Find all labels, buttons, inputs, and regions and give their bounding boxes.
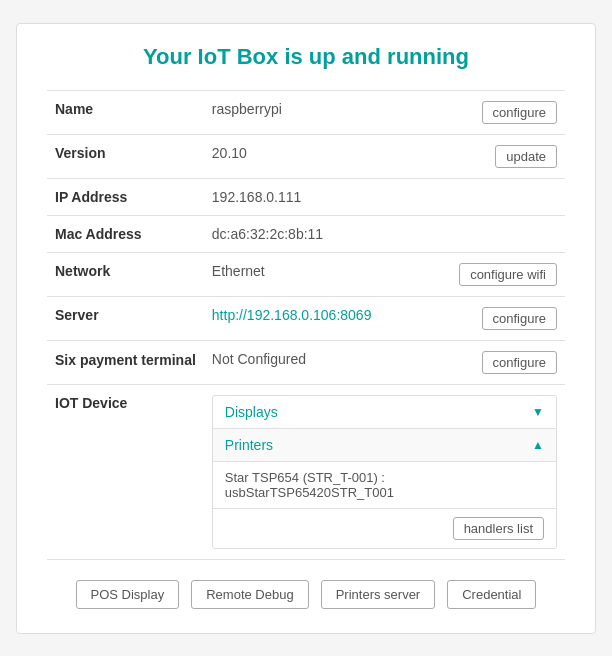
iot-printers-row[interactable]: Printers ▲ bbox=[213, 429, 556, 462]
name-action: configure bbox=[435, 90, 565, 134]
bottom-buttons: POS Display Remote Debug Printers server… bbox=[47, 580, 565, 609]
displays-label: Displays bbox=[225, 404, 532, 420]
network-action: configure wifi bbox=[435, 252, 565, 296]
iot-row: IOT Device Displays ▼ Printers ▲ Sta bbox=[47, 384, 565, 559]
payment-value: Not Configured bbox=[204, 340, 435, 384]
update-button[interactable]: update bbox=[495, 145, 557, 168]
name-value: raspberrypi bbox=[204, 90, 435, 134]
server-link[interactable]: http://192.168.0.106:8069 bbox=[212, 307, 372, 323]
network-value: Ethernet bbox=[204, 252, 435, 296]
printers-server-button[interactable]: Printers server bbox=[321, 580, 436, 609]
main-card: Your IoT Box is up and running Name rasp… bbox=[16, 23, 596, 634]
handlers-list-button[interactable]: handlers list bbox=[453, 517, 544, 540]
version-row: Version 20.10 update bbox=[47, 134, 565, 178]
page-title: Your IoT Box is up and running bbox=[47, 44, 565, 70]
mac-row: Mac Address dc:a6:32:2c:8b:11 bbox=[47, 215, 565, 252]
name-label: Name bbox=[47, 90, 204, 134]
payment-action: configure bbox=[435, 340, 565, 384]
version-value: 20.10 bbox=[204, 134, 435, 178]
version-action: update bbox=[435, 134, 565, 178]
iot-displays-row[interactable]: Displays ▼ bbox=[213, 396, 556, 429]
credential-button[interactable]: Credential bbox=[447, 580, 536, 609]
info-table: Name raspberrypi configure Version 20.10… bbox=[47, 90, 565, 560]
server-action: configure bbox=[435, 296, 565, 340]
printer-line2: usbStarTSP65420STR_T001 bbox=[225, 485, 544, 500]
name-row: Name raspberrypi configure bbox=[47, 90, 565, 134]
configure-wifi-button[interactable]: configure wifi bbox=[459, 263, 557, 286]
iot-label: IOT Device bbox=[47, 384, 204, 559]
iot-content-cell: Displays ▼ Printers ▲ Star TSP654 (STR_T… bbox=[204, 384, 565, 559]
mac-label: Mac Address bbox=[47, 215, 204, 252]
configure-server-button[interactable]: configure bbox=[482, 307, 557, 330]
configure-name-button[interactable]: configure bbox=[482, 101, 557, 124]
iot-device-list: Displays ▼ Printers ▲ Star TSP654 (STR_T… bbox=[212, 395, 557, 549]
server-row: Server http://192.168.0.106:8069 configu… bbox=[47, 296, 565, 340]
printers-label: Printers bbox=[225, 437, 532, 453]
payment-row: Six payment terminal Not Configured conf… bbox=[47, 340, 565, 384]
printer-line1: Star TSP654 (STR_T-001) : bbox=[225, 470, 544, 485]
ip-value: 192.168.0.111 bbox=[204, 178, 565, 215]
ip-row: IP Address 192.168.0.111 bbox=[47, 178, 565, 215]
version-label: Version bbox=[47, 134, 204, 178]
network-label: Network bbox=[47, 252, 204, 296]
configure-payment-button[interactable]: configure bbox=[482, 351, 557, 374]
mac-value: dc:a6:32:2c:8b:11 bbox=[204, 215, 565, 252]
handlers-row: handlers list bbox=[213, 509, 556, 548]
server-label: Server bbox=[47, 296, 204, 340]
printer-device-detail: Star TSP654 (STR_T-001) : usbStarTSP6542… bbox=[213, 462, 556, 509]
pos-display-button[interactable]: POS Display bbox=[76, 580, 180, 609]
server-value: http://192.168.0.106:8069 bbox=[204, 296, 435, 340]
remote-debug-button[interactable]: Remote Debug bbox=[191, 580, 308, 609]
payment-label: Six payment terminal bbox=[47, 340, 204, 384]
displays-arrow: ▼ bbox=[532, 405, 544, 419]
ip-label: IP Address bbox=[47, 178, 204, 215]
printers-arrow: ▲ bbox=[532, 438, 544, 452]
network-row: Network Ethernet configure wifi bbox=[47, 252, 565, 296]
